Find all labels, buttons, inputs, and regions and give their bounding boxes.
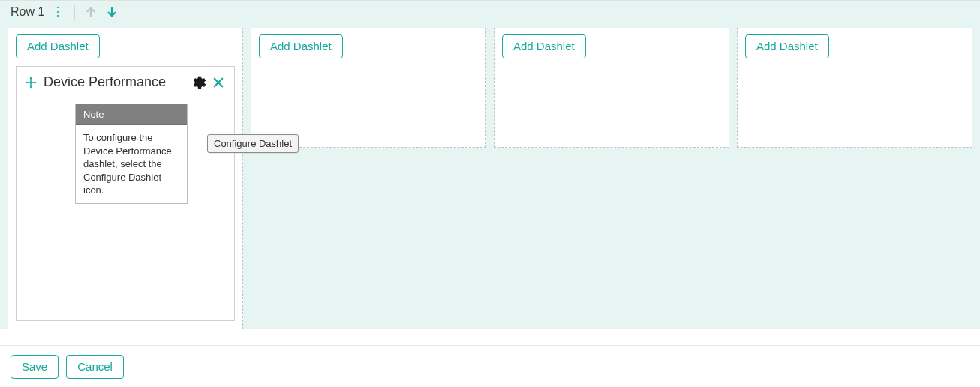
dashlet-title: Device Performance bbox=[44, 74, 166, 90]
gear-icon[interactable] bbox=[192, 75, 207, 90]
note-body: To configure the Device Performance dash… bbox=[76, 125, 187, 203]
note-box: Note To configure the Device Performance… bbox=[75, 104, 188, 204]
row-menu-icon[interactable]: ⋮ bbox=[49, 4, 67, 19]
add-dashlet-button[interactable]: Add Dashlet bbox=[259, 34, 343, 58]
row-body: Add Dashlet Device Perform bbox=[0, 23, 980, 329]
move-row-up-icon[interactable] bbox=[83, 5, 99, 19]
save-button[interactable]: Save bbox=[11, 355, 59, 379]
row-header: Row 1 ⋮ bbox=[0, 1, 980, 23]
move-row-down-icon[interactable] bbox=[104, 5, 120, 19]
add-dashlet-button[interactable]: Add Dashlet bbox=[502, 34, 586, 58]
add-dashlet-button[interactable]: Add Dashlet bbox=[16, 34, 100, 58]
row-title: Row 1 bbox=[11, 5, 44, 19]
column-2: Add Dashlet bbox=[251, 28, 486, 148]
cancel-button[interactable]: Cancel bbox=[66, 355, 124, 379]
dashlet-actions bbox=[192, 75, 225, 90]
move-icon[interactable] bbox=[24, 76, 38, 89]
footer: Save Cancel bbox=[0, 345, 980, 387]
add-dashlet-button[interactable]: Add Dashlet bbox=[745, 34, 829, 58]
dashboard-editor: Row 1 ⋮ Add Dashlet bbox=[0, 0, 980, 387]
column-3: Add Dashlet bbox=[494, 28, 729, 148]
column-1: Add Dashlet Device Perform bbox=[8, 28, 243, 329]
dashlet-header: Device Performance bbox=[24, 74, 225, 90]
divider bbox=[74, 4, 75, 20]
dashlet-device-performance: Device Performance bbox=[16, 66, 235, 321]
configure-dashlet-tooltip: Configure Dashlet bbox=[207, 134, 299, 153]
row-columns: Add Dashlet Device Perform bbox=[8, 28, 972, 329]
column-4: Add Dashlet bbox=[737, 28, 972, 148]
close-icon[interactable] bbox=[212, 76, 225, 89]
note-heading: Note bbox=[76, 104, 187, 125]
